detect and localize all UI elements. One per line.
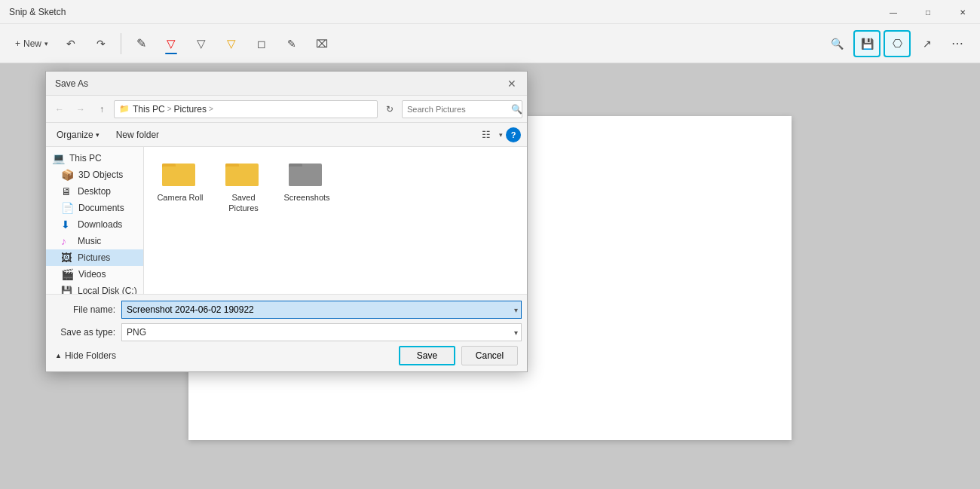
save-as-dialog: Save As ✕ ← → ↑ 📁 This PC > Pictures > ↻… xyxy=(45,71,528,372)
sidebar-item-thispc[interactable]: 💻 This PC xyxy=(46,150,143,167)
sidebar-label-localdisk: Local Disk (C:) xyxy=(78,286,137,294)
dialog-close-button[interactable]: ✕ xyxy=(503,75,521,93)
titlebar: Snip & Sketch — □ ✕ xyxy=(0,0,980,24)
save-button[interactable]: Save xyxy=(399,346,455,365)
sidebar-item-downloads[interactable]: ⬇ Downloads xyxy=(46,216,143,233)
nav-back-button[interactable]: ← xyxy=(51,100,69,118)
dialog-navbar: ← → ↑ 📁 This PC > Pictures > ↻ 🔍 xyxy=(46,96,527,123)
sidebar-label-pictures: Pictures xyxy=(78,252,137,263)
sidebar-item-localdisk[interactable]: 💾 Local Disk (C:) xyxy=(46,283,143,294)
organize-label: Organize xyxy=(57,130,93,140)
screenshots-label: Screenshots xyxy=(283,192,329,203)
pen-button[interactable]: ✎ xyxy=(278,30,305,57)
svg-rect-5 xyxy=(225,167,259,186)
refresh-button[interactable]: ↻ xyxy=(381,100,399,118)
localdisk-icon: 💾 xyxy=(61,286,73,294)
sidebar-label-desktop: Desktop xyxy=(78,186,137,197)
dialog-toolbar: Organize ▾ New folder ☷ ▾ ? xyxy=(46,123,527,147)
share-icon: ↗ xyxy=(923,38,932,50)
sidebar-item-pictures[interactable]: 🖼 Pictures xyxy=(46,249,143,266)
redo-button[interactable]: ↷ xyxy=(87,30,115,57)
sidebar-item-videos[interactable]: 🎬 Videos xyxy=(46,266,143,283)
view-button[interactable]: ☷ xyxy=(476,126,496,144)
sidebar-item-3dobjects[interactable]: 📦 3D Objects xyxy=(46,167,143,183)
search-icon: 🔍 xyxy=(511,104,522,115)
copy-icon: ⎔ xyxy=(893,37,902,50)
titlebar-controls: — □ ✕ xyxy=(876,0,980,24)
minimize-button[interactable]: — xyxy=(876,0,911,24)
toolbar-left: + New ▾ ↶ ↷ ✎ ▽ ▽ ▽ ◻ ✎ ⌧ xyxy=(9,30,820,57)
music-icon: ♪ xyxy=(61,235,73,247)
hide-folders-chevron: ▲ xyxy=(55,352,62,359)
dialog-body: 💻 This PC 📦 3D Objects 🖥 Desktop 📄 Docum… xyxy=(46,147,527,294)
sidebar-label-3dobjects: 3D Objects xyxy=(78,170,137,180)
3dobjects-icon: 📦 xyxy=(61,169,74,181)
separator-1 xyxy=(121,33,121,54)
dialog-toolbar-right: ☷ ▾ ? xyxy=(476,126,521,144)
videos-icon: 🎬 xyxy=(61,268,74,280)
maximize-button[interactable]: □ xyxy=(911,0,945,24)
dialog-title: Save As xyxy=(55,78,88,89)
cancel-button[interactable]: Cancel xyxy=(461,346,518,365)
new-icon: + xyxy=(15,38,20,49)
touch-write-button[interactable]: ✎ xyxy=(127,30,155,57)
undo-button[interactable]: ↶ xyxy=(57,30,84,57)
saved-pictures-label: Saved Pictures xyxy=(216,192,271,214)
sidebar-item-documents[interactable]: 📄 Documents xyxy=(46,200,143,216)
new-folder-button[interactable]: New folder xyxy=(110,127,165,142)
folder-camera-roll[interactable]: Camera Roll xyxy=(150,153,210,219)
nav-forward-button[interactable]: → xyxy=(72,100,90,118)
highlighter-red-icon: ▽ xyxy=(167,37,176,50)
sidebar-item-music[interactable]: ♪ Music xyxy=(46,233,143,249)
sidebar-label-music: Music xyxy=(78,236,137,246)
filename-row: File name: ▾ xyxy=(55,301,518,319)
svg-rect-2 xyxy=(162,167,195,186)
pictures-icon: 🖼 xyxy=(61,252,73,264)
help-button[interactable]: ? xyxy=(506,127,521,142)
hide-folders-button[interactable]: ▲ Hide Folders xyxy=(55,350,116,361)
highlighter-yellow-button[interactable]: ▽ xyxy=(218,30,245,57)
camera-roll-icon xyxy=(162,157,198,188)
organize-button[interactable]: Organize ▾ xyxy=(52,127,104,142)
sidebar-item-desktop[interactable]: 🖥 Desktop xyxy=(46,183,143,200)
filename-label: File name: xyxy=(55,304,115,315)
filename-input[interactable] xyxy=(121,301,522,319)
savetype-select[interactable]: PNG JPEG GIF BMP TIFF xyxy=(121,323,522,341)
pen-icon: ✎ xyxy=(287,38,296,50)
highlighter-button[interactable]: ▽ xyxy=(188,30,215,57)
more-toolbar-button[interactable]: ⋯ xyxy=(944,30,971,57)
screenshots-icon xyxy=(289,157,325,188)
nav-up-button[interactable]: ↑ xyxy=(93,100,111,118)
app-title: Snip & Sketch xyxy=(6,7,66,17)
savetype-label: Save as type: xyxy=(55,327,115,338)
save-toolbar-button[interactable]: 💾 xyxy=(853,30,880,57)
camera-roll-label: Camera Roll xyxy=(157,192,203,203)
breadcrumb[interactable]: 📁 This PC > Pictures > xyxy=(114,100,378,118)
search-input[interactable] xyxy=(407,105,511,114)
breadcrumb-icon: 📁 xyxy=(119,104,130,114)
breadcrumb-sep-1: > xyxy=(167,105,172,113)
sidebar-label-documents: Documents xyxy=(78,203,137,213)
search-box: 🔍 xyxy=(402,100,522,118)
eraser-button[interactable]: ◻ xyxy=(248,30,275,57)
dialog-fileview: Camera Roll Saved Pictures xyxy=(144,147,527,294)
close-button[interactable]: ✕ xyxy=(945,0,980,24)
dialog-sidebar: 💻 This PC 📦 3D Objects 🖥 Desktop 📄 Docum… xyxy=(46,147,144,294)
more-icon: ⋯ xyxy=(951,36,963,50)
view-dropdown-arrow: ▾ xyxy=(499,131,503,139)
sidebar-label-downloads: Downloads xyxy=(78,219,137,230)
new-button[interactable]: + New ▾ xyxy=(9,30,54,57)
main-content: Save As ✕ ← → ↑ 📁 This PC > Pictures > ↻… xyxy=(0,63,980,489)
highlighter-red-button[interactable]: ▽ xyxy=(158,30,185,57)
share-toolbar-button[interactable]: ↗ xyxy=(914,30,941,57)
folder-screenshots[interactable]: Screenshots xyxy=(277,153,337,219)
touch-write-icon: ✎ xyxy=(136,36,146,50)
dialog-footer: ▲ Hide Folders Save Cancel xyxy=(55,346,518,365)
zoom-button[interactable]: 🔍 xyxy=(823,30,850,57)
folder-saved-pictures[interactable]: Saved Pictures xyxy=(213,153,274,219)
save-icon: 💾 xyxy=(861,38,874,50)
eraser-icon: ◻ xyxy=(257,38,266,50)
dialog-bottom: File name: ▾ Save as type: PNG JPEG GIF … xyxy=(46,294,527,371)
crop-button[interactable]: ⌧ xyxy=(308,30,335,57)
copy-toolbar-button[interactable]: ⎔ xyxy=(884,30,911,57)
